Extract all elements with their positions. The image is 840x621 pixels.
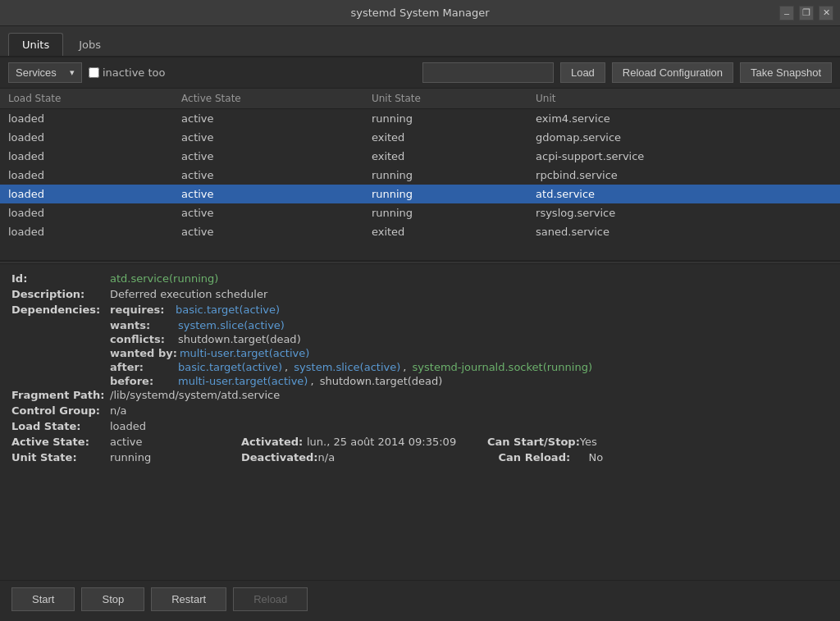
table-row[interactable]: loadedactiverunningrsyslog.service [0,203,840,222]
window-title: systemd System Manager [351,7,490,19]
detail-conflicts-label: conflicts: [110,333,176,345]
filter-dropdown[interactable]: Services [8,62,82,83]
detail-description-label: Description: [11,288,110,300]
table-row[interactable]: loadedactiverunningexim4.service [0,109,840,129]
detail-fragment-path-row: Fragment Path: /lib/systemd/system/atd.s… [11,389,829,401]
detail-unit-state-row: Unit State: running Deactivated: n/a Can… [11,451,829,463]
table-row[interactable]: loadedactiverunningatd.service [0,185,840,203]
detail-active-state-value: active [110,436,241,448]
search-input[interactable] [422,62,554,83]
detail-can-start-stop-value: Yes [580,436,597,448]
detail-deactivated-label: Deactivated: [241,451,318,463]
detail-fragment-path-label: Fragment Path: [11,389,110,401]
detail-deps-requires-row: Dependencies: requires: basic.target(act… [11,304,829,316]
toolbar: Services inactive too Load Reload Config… [0,57,840,89]
detail-wanted-by-value[interactable]: multi-user.target(active) [180,347,309,359]
detail-after-label: after: [110,361,176,373]
detail-conflicts-value: shutdown.target(dead) [178,333,301,345]
detail-before-value2: shutdown.target(dead) [320,375,443,387]
detail-active-state-label: Active State: [11,436,110,448]
window-controls: – ❐ ✕ [779,6,833,21]
maximize-button[interactable]: ❐ [799,6,814,21]
take-snapshot-button[interactable]: Take Snapshot [740,62,832,83]
detail-active-state-row: Active State: active Activated: lun., 25… [11,436,829,448]
detail-after-value2[interactable]: system.slice(active) [294,361,400,373]
detail-wants-label: wants: [110,319,176,331]
detail-activated-value: lun., 25 août 2014 09:35:09 [307,436,487,448]
tabbar: Units Jobs [0,26,840,57]
inactive-checkbox[interactable] [89,67,99,78]
close-button[interactable]: ✕ [819,6,833,21]
action-bar: Start Stop Restart Reload [0,580,840,618]
detail-deps-wants-row: wants: system.slice(active) [11,319,829,331]
detail-load-state-row: Load State: loaded [11,420,829,432]
detail-activated-label: Activated: [241,436,307,448]
detail-description-value: Deferred execution scheduler [110,288,267,300]
col-unit-state: Unit State [363,89,527,109]
detail-control-group-value: n/a [110,404,127,417]
detail-after-value1[interactable]: basic.target(active) [178,361,282,373]
table-row[interactable]: loadedactiverunningrpcbind.service [0,166,840,185]
table-row[interactable]: loadedactiveexitedgdomap.service [0,128,840,147]
reload-config-button[interactable]: Reload Configuration [612,62,733,83]
detail-wanted-by-label: wanted by: [110,347,177,359]
tab-units[interactable]: Units [8,33,63,56]
detail-deps-after-row: after: basic.target(active), system.slic… [11,361,829,373]
inactive-checkbox-label[interactable]: inactive too [89,66,166,79]
titlebar: systemd System Manager – ❐ ✕ [0,0,840,26]
detail-area: Id: atd.service(running) Description: De… [0,264,840,580]
detail-load-state-value: loaded [110,420,146,432]
detail-unit-state-label: Unit State: [11,451,110,463]
detail-before-value1[interactable]: multi-user.target(active) [178,375,308,387]
detail-wants-value[interactable]: system.slice(active) [178,319,285,331]
detail-deps-before-row: before: multi-user.target(active), shutd… [11,375,829,387]
detail-dependencies-label: Dependencies: [11,304,110,316]
detail-can-start-stop-label: Can Start/Stop: [487,436,580,448]
table-header-row: Load State Active State Unit State Unit [0,89,840,109]
units-table-container[interactable]: Load State Active State Unit State Unit … [0,89,840,261]
detail-description-row: Description: Deferred execution schedule… [11,288,829,300]
detail-can-reload-label: Can Reload: [499,451,589,463]
units-table: Load State Active State Unit State Unit … [0,89,840,241]
start-button[interactable]: Start [11,587,75,611]
col-active-state: Active State [173,89,363,109]
detail-control-group-row: Control Group: n/a [11,404,829,417]
main-content: Load State Active State Unit State Unit … [0,89,840,618]
col-unit: Unit [527,89,840,109]
detail-can-reload-value: No [589,451,604,463]
detail-control-group-label: Control Group: [11,404,110,417]
detail-id-value: atd.service(running) [110,272,218,285]
load-button[interactable]: Load [560,62,605,83]
detail-requires-label: requires: [110,304,176,316]
stop-button[interactable]: Stop [81,587,144,611]
table-row[interactable]: loadedactiveexitedacpi-support.service [0,147,840,166]
restart-button[interactable]: Restart [151,587,226,611]
detail-before-label: before: [110,375,176,387]
detail-requires-value[interactable]: basic.target(active) [176,304,280,316]
tab-jobs[interactable]: Jobs [65,33,115,56]
col-load-state: Load State [0,89,173,109]
detail-id-row: Id: atd.service(running) [11,272,829,285]
detail-load-state-label: Load State: [11,420,110,432]
table-row[interactable]: loadedactiveexitedsaned.service [0,222,840,241]
detail-unit-state-value: running [110,451,241,463]
detail-deps-conflicts-row: conflicts: shutdown.target(dead) [11,333,829,345]
detail-fragment-path-value: /lib/systemd/system/atd.service [110,389,280,401]
detail-deps-wanted-by-row: wanted by: multi-user.target(active) [11,347,829,359]
detail-id-label: Id: [11,272,110,285]
minimize-button[interactable]: – [779,6,794,21]
reload-button[interactable]: Reload [233,587,308,611]
detail-deactivated-value: n/a [318,451,499,463]
detail-after-value3[interactable]: systemd-journald.socket(running) [413,361,592,373]
